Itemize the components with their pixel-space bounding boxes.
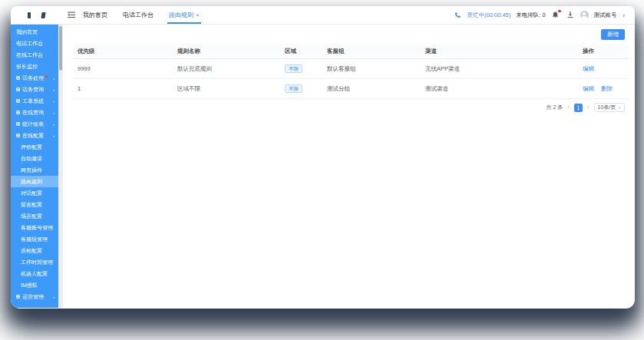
col-region: 区域	[280, 45, 322, 59]
account-menu-caret-icon[interactable]: ∨	[623, 12, 626, 18]
chevron-down-icon: ∨	[52, 99, 55, 103]
chevron-down-icon: ∨	[52, 295, 55, 299]
pagination: 共 2 条 ‹ 1 › 10条/页 ∨	[73, 103, 625, 112]
topbar-status-cluster: 置忙中(00:00:45) 来电排队: 0 测试账号 ∨	[453, 6, 635, 24]
sidebar-nav: 我的首页 电话工作台 在线工作台 班长监控 话务处理 ∨ 话务查询 ∨	[11, 25, 58, 308]
sidebar: 我的首页 电话工作台 在线工作台 班长监控 话务处理 ∨ 话务查询 ∨	[11, 25, 63, 308]
topbar: 我的首页 电话工作台 路由规则 × 置忙中(00:00:45) 来电排队: 0	[11, 6, 635, 25]
next-page-icon[interactable]: ›	[587, 104, 590, 111]
table-header-row: 优先级 规则名称 区域 客服组 渠道 操作	[73, 45, 629, 59]
delete-link[interactable]: 删除	[601, 85, 613, 92]
cell-priority: 1	[73, 79, 173, 99]
desktop-background: 我的首页 电话工作台 路由规则 × 置忙中(00:00:45) 来电排队: 0	[0, 0, 644, 340]
tab-routing-rules[interactable]: 路由规则 ×	[169, 6, 200, 24]
sidebar-group-online-config[interactable]: 在线配置 ∧	[11, 130, 58, 141]
sidebar-scrollbar[interactable]	[58, 25, 63, 308]
col-priority: 优先级	[73, 45, 173, 59]
collapse-sidebar-icon[interactable]	[63, 6, 80, 24]
sidebar-item-robot-config[interactable]: 机器人配置	[11, 268, 58, 279]
sidebar-group-call-query[interactable]: 话务查询 ∨	[11, 84, 58, 95]
region-tag: 不限	[285, 64, 302, 73]
sidebar-item-work-time-mgmt[interactable]: 工作时间管理	[11, 256, 58, 268]
sidebar-group-reports[interactable]: 统计报表 ∨	[11, 118, 58, 130]
edit-link[interactable]: 编辑	[583, 85, 594, 92]
region-tag: 不限	[285, 84, 302, 93]
sidebar-item-eval-config[interactable]: 评价配置	[11, 141, 58, 153]
download-icon[interactable]	[566, 11, 575, 20]
sidebar-item-im-auth[interactable]: IM授权	[11, 279, 58, 291]
agent-status[interactable]: 置忙中(00:00:45)	[467, 12, 511, 19]
chevron-down-icon: ∨	[52, 76, 55, 80]
sidebar-item-monitor[interactable]: 班长监控	[11, 61, 58, 72]
menu-grid-icon	[16, 99, 20, 103]
sidebar-item-message-config[interactable]: 留言配置	[11, 199, 58, 210]
sidebar-item-qc-config[interactable]: 质检配置	[11, 245, 58, 256]
sidebar-item-chat-config[interactable]: 对话配置	[11, 187, 58, 199]
page-size-select[interactable]: 10条/页 ∨	[594, 103, 625, 112]
col-agent-group: 客服组	[322, 45, 421, 59]
col-actions: 操作	[578, 45, 629, 59]
app-window: 我的首页 电话工作台 路由规则 × 置忙中(00:00:45) 来电排队: 0	[11, 6, 635, 309]
pagination-total: 共 2 条	[546, 104, 563, 111]
chevron-up-icon: ∧	[52, 134, 55, 137]
sidebar-item-online-workbench[interactable]: 在线工作台	[11, 49, 58, 61]
chevron-down-icon: ∨	[52, 111, 55, 114]
sidebar-group-operation-mgmt[interactable]: 运营管理 ∨	[11, 291, 58, 302]
sidebar-group-online-query[interactable]: 在线查询 ∨	[11, 107, 58, 118]
cell-rule-name: 区域不限	[173, 79, 280, 99]
chevron-down-icon: ∨	[52, 87, 55, 91]
prev-page-icon[interactable]: ‹	[567, 104, 570, 111]
menu-grid-icon	[16, 134, 20, 137]
sidebar-item-web-plugin[interactable]: 网页插件	[11, 164, 58, 176]
tab-close-icon[interactable]: ×	[196, 12, 200, 18]
sidebar-item-scene-config[interactable]: 场景配置	[11, 210, 58, 222]
menu-grid-icon	[16, 111, 20, 114]
notification-bell-icon[interactable]	[551, 11, 560, 20]
add-rule-button[interactable]: 新增	[601, 29, 625, 40]
logo-area	[11, 6, 63, 24]
select-caret-icon: ∨	[618, 105, 621, 110]
logo-icon	[28, 12, 31, 18]
cell-rule-name: 默认兜底规则	[173, 59, 280, 79]
avatar[interactable]	[580, 11, 589, 19]
menu-grid-icon	[16, 122, 20, 126]
cell-priority: 9999	[73, 59, 173, 79]
queue-count: 来电排队: 0	[516, 12, 545, 19]
menu-grid-icon	[16, 295, 20, 299]
page-number-button[interactable]: 1	[574, 104, 583, 112]
sidebar-item-agent-account-mgmt[interactable]: 客服账号管理	[11, 222, 58, 233]
cell-agent-group: 测试分组	[322, 79, 421, 99]
table-row: 9999 默认兜底规则 不限 默认客服组 无忧APP渠道 编辑	[73, 59, 629, 79]
sidebar-item-home[interactable]: 我的首页	[11, 26, 58, 38]
tab-home[interactable]: 我的首页	[83, 6, 107, 24]
account-name[interactable]: 测试账号	[594, 12, 617, 19]
unread-dot	[45, 75, 48, 78]
logo-icon	[41, 12, 45, 18]
col-channel: 渠道	[421, 45, 578, 59]
sidebar-group-ticket-system[interactable]: 工单系统 ∨	[11, 95, 58, 107]
sidebar-item-routing-rules[interactable]: 路由规则	[11, 176, 58, 187]
sidebar-scrollbar-thumb[interactable]	[59, 26, 62, 71]
edit-link[interactable]: 编辑	[583, 65, 594, 72]
tab-phone-workbench[interactable]: 电话工作台	[123, 6, 154, 24]
notification-badge	[558, 10, 561, 13]
cell-agent-group: 默认客服组	[322, 59, 421, 79]
routing-rules-table: 优先级 规则名称 区域 客服组 渠道 操作 9999 默认兜底规则 不限	[73, 45, 629, 99]
sidebar-group-call-handling[interactable]: 话务处理 ∨	[11, 72, 58, 84]
menu-grid-icon	[16, 76, 20, 80]
cell-channel: 无忧APP渠道	[421, 59, 578, 79]
sidebar-item-agent-group-mgmt[interactable]: 客服组管理	[11, 233, 58, 245]
phone-icon	[453, 11, 462, 20]
chevron-down-icon: ∨	[52, 122, 55, 126]
tab-bar: 我的首页 电话工作台 路由规则 ×	[83, 6, 200, 24]
col-rule-name: 规则名称	[173, 45, 280, 59]
sidebar-item-phone-workbench[interactable]: 电话工作台	[11, 38, 58, 49]
menu-grid-icon	[16, 87, 20, 91]
main-content: 新增 优先级 规则名称 区域 客服组 渠道 操作	[63, 25, 635, 308]
cell-channel: 测试渠道	[421, 79, 578, 99]
sidebar-item-auto-invite[interactable]: 自动邀请	[11, 153, 58, 164]
table-row: 1 区域不限 不限 测试分组 测试渠道 编辑 删除	[73, 79, 629, 99]
